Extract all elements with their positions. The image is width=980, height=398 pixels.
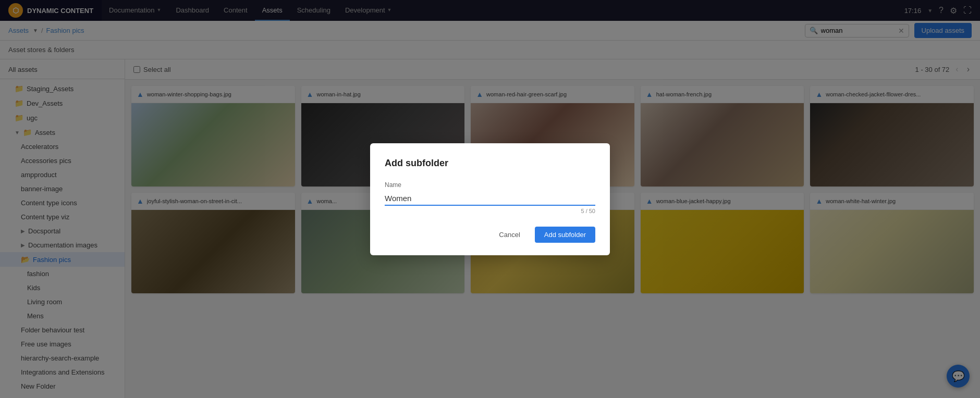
modal-actions: Cancel Add subfolder [385, 227, 595, 243]
add-subfolder-button[interactable]: Add subfolder [535, 227, 595, 243]
modal-overlay: Add subfolder Name 5 / 50 Cancel Add sub… [0, 0, 980, 398]
cancel-button[interactable]: Cancel [491, 227, 528, 243]
char-count: 5 / 50 [385, 208, 595, 214]
add-subfolder-modal: Add subfolder Name 5 / 50 Cancel Add sub… [370, 143, 610, 255]
modal-name-field: Name 5 / 50 [385, 181, 595, 214]
modal-name-label: Name [385, 181, 595, 189]
subfolder-name-input[interactable] [385, 192, 595, 206]
modal-title: Add subfolder [385, 158, 595, 169]
